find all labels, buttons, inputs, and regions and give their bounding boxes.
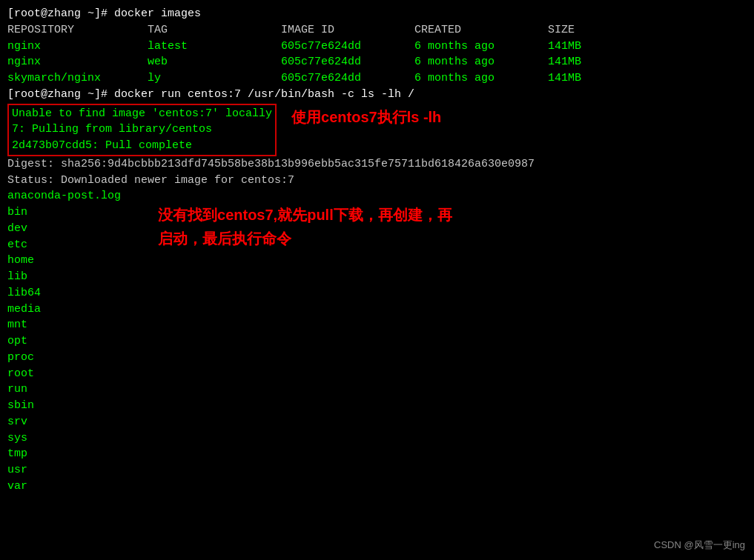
line-docker-run: [root@zhang ~]# docker run centos:7 /usr… bbox=[7, 87, 747, 103]
line-skymarch-nginx: skymarch/nginx ly 605c77e624dd 6 months … bbox=[7, 70, 747, 87]
dir-lib: lib bbox=[7, 269, 121, 285]
dir-home: home bbox=[7, 253, 121, 269]
annotation-centos7-run: 使用centos7执行ls -lh bbox=[291, 107, 441, 127]
dir-run: run bbox=[7, 381, 121, 398]
dir-media: media bbox=[7, 301, 121, 318]
dir-etc: etc bbox=[7, 237, 121, 253]
line-digest: Digest: sha256:9d4bcbbb213dfd745b58be38b… bbox=[7, 156, 747, 173]
box-line-2: 7: Pulling from library/centos bbox=[12, 121, 272, 138]
line-nginx-web: nginx web 605c77e624dd 6 months ago 141M… bbox=[7, 54, 747, 70]
line-status: Status: Downloaded newer image for cento… bbox=[7, 173, 747, 189]
dir-anaconda: anaconda-post.log bbox=[7, 188, 121, 204]
dir-var: var bbox=[7, 479, 121, 495]
watermark: CSDN @风雪一更ing bbox=[654, 539, 745, 553]
annotation-pull-create-run: 没有找到centos7,就先pull下载，再创建，再 启动，最后执行命令 bbox=[158, 203, 452, 250]
dir-tmp: tmp bbox=[7, 446, 121, 462]
dir-usr: usr bbox=[7, 462, 121, 479]
dir-srv: srv bbox=[7, 414, 121, 430]
dir-bin: bin bbox=[7, 204, 121, 221]
pull-output-box: Unable to find image 'centos:7' locally … bbox=[7, 104, 277, 156]
box-line-1: Unable to find image 'centos:7' locally bbox=[12, 106, 272, 122]
dir-lib64: lib64 bbox=[7, 285, 121, 301]
dir-listing: anaconda-post.log bin dev etc home lib l… bbox=[7, 188, 121, 494]
line-docker-images: [root@zhang ~]# docker images bbox=[7, 6, 747, 22]
line-nginx-latest: nginx latest 605c77e624dd 6 months ago 1… bbox=[7, 39, 747, 55]
dir-mnt: mnt bbox=[7, 317, 121, 333]
dir-sys: sys bbox=[7, 430, 121, 447]
dir-proc: proc bbox=[7, 350, 121, 366]
dir-sbin: sbin bbox=[7, 398, 121, 414]
box-line-3: 2d473b07cdd5: Pull complete bbox=[12, 138, 272, 154]
dir-dev: dev bbox=[7, 221, 121, 237]
line-header: REPOSITORY TAG IMAGE ID CREATED SIZE bbox=[7, 22, 747, 39]
dir-root: root bbox=[7, 366, 121, 382]
terminal-container: [root@zhang ~]# docker images REPOSITORY… bbox=[7, 6, 747, 495]
dir-opt: opt bbox=[7, 333, 121, 350]
